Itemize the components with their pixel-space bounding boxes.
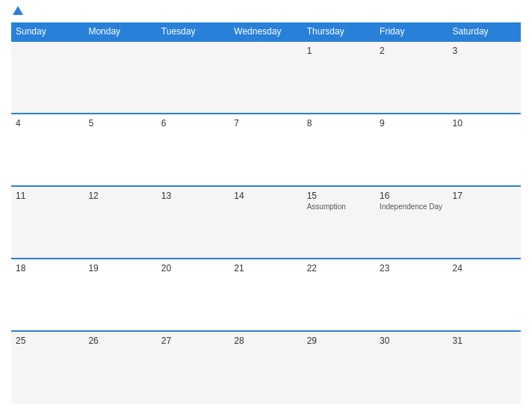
weekday-thursday: Thursday bbox=[303, 22, 375, 41]
calendar-cell: 28 bbox=[229, 331, 302, 404]
day-number: 23 bbox=[380, 263, 443, 274]
day-number: 8 bbox=[307, 118, 371, 129]
calendar-cell: 23 bbox=[375, 259, 448, 331]
calendar-cell: 21 bbox=[229, 259, 302, 331]
calendar-cell: 10 bbox=[448, 114, 521, 186]
calendar-cell: 14 bbox=[229, 186, 302, 259]
calendar-cell: 16Independence Day bbox=[375, 186, 448, 259]
day-number: 11 bbox=[16, 191, 79, 201]
weekday-wednesday: Wednesday bbox=[229, 22, 302, 41]
day-number: 13 bbox=[161, 191, 225, 201]
calendar-container: SundayMondayTuesdayWednesdayThursdayFrid… bbox=[0, 0, 532, 411]
weekday-friday: Friday bbox=[375, 22, 448, 41]
day-number: 19 bbox=[88, 263, 152, 274]
day-number: 29 bbox=[307, 336, 371, 346]
day-number: 24 bbox=[453, 263, 516, 274]
calendar-cell: 31 bbox=[448, 331, 521, 404]
calendar-cell: 8 bbox=[303, 114, 375, 186]
calendar-cell: 3 bbox=[448, 41, 521, 114]
calendar-thead: SundayMondayTuesdayWednesdayThursdayFrid… bbox=[11, 22, 521, 41]
calendar-cell bbox=[84, 41, 156, 114]
calendar-cell bbox=[11, 41, 84, 114]
day-number: 1 bbox=[307, 46, 371, 56]
calendar-table: SundayMondayTuesdayWednesdayThursdayFrid… bbox=[11, 22, 521, 404]
day-number: 10 bbox=[453, 118, 516, 129]
day-number: 3 bbox=[453, 46, 516, 56]
calendar-cell: 22 bbox=[303, 259, 375, 331]
day-number: 17 bbox=[453, 191, 516, 201]
day-number: 12 bbox=[88, 191, 152, 201]
day-number: 7 bbox=[234, 118, 297, 129]
week-row-2: 1112131415Assumption16Independence Day17 bbox=[11, 186, 521, 259]
day-number: 9 bbox=[380, 118, 443, 129]
day-number: 4 bbox=[16, 118, 79, 129]
day-number: 30 bbox=[380, 336, 443, 346]
logo-triangle-icon bbox=[13, 6, 23, 15]
calendar-cell: 6 bbox=[157, 114, 229, 186]
day-number: 25 bbox=[16, 336, 79, 346]
calendar-cell: 4 bbox=[11, 114, 84, 186]
calendar-cell bbox=[229, 41, 302, 114]
calendar-cell: 7 bbox=[229, 114, 302, 186]
calendar-cell: 27 bbox=[157, 331, 229, 404]
calendar-cell: 29 bbox=[303, 331, 375, 404]
calendar-header bbox=[11, 7, 521, 16]
day-number: 18 bbox=[16, 263, 79, 274]
calendar-cell: 9 bbox=[375, 114, 448, 186]
calendar-cell: 30 bbox=[375, 331, 448, 404]
weekday-monday: Monday bbox=[84, 22, 156, 41]
calendar-cell bbox=[157, 41, 229, 114]
day-number: 20 bbox=[161, 263, 225, 274]
calendar-cell: 12 bbox=[84, 186, 156, 259]
day-number: 16 bbox=[380, 191, 443, 201]
day-number: 26 bbox=[88, 336, 152, 346]
calendar-cell: 26 bbox=[84, 331, 156, 404]
calendar-cell: 13 bbox=[157, 186, 229, 259]
calendar-cell: 11 bbox=[11, 186, 84, 259]
weekday-sunday: Sunday bbox=[11, 22, 84, 41]
calendar-cell: 15Assumption bbox=[303, 186, 375, 259]
calendar-cell: 25 bbox=[11, 331, 84, 404]
weekday-saturday: Saturday bbox=[448, 22, 521, 41]
week-row-4: 25262728293031 bbox=[11, 331, 521, 404]
calendar-cell: 24 bbox=[448, 259, 521, 331]
calendar-cell: 18 bbox=[11, 259, 84, 331]
calendar-cell: 5 bbox=[84, 114, 156, 186]
week-row-0: 123 bbox=[11, 41, 521, 114]
day-number: 27 bbox=[161, 336, 225, 346]
holiday-label: Independence Day bbox=[380, 203, 443, 211]
calendar-cell: 17 bbox=[448, 186, 521, 259]
day-number: 5 bbox=[88, 118, 152, 129]
calendar-cell: 20 bbox=[157, 259, 229, 331]
day-number: 15 bbox=[307, 191, 371, 201]
calendar-cell: 2 bbox=[375, 41, 448, 114]
calendar-cell: 19 bbox=[84, 259, 156, 331]
day-number: 31 bbox=[453, 336, 516, 346]
day-number: 2 bbox=[380, 46, 443, 56]
logo bbox=[11, 7, 23, 16]
day-number: 21 bbox=[234, 263, 297, 274]
weekday-header-row: SundayMondayTuesdayWednesdayThursdayFrid… bbox=[11, 22, 521, 41]
holiday-label: Assumption bbox=[307, 203, 371, 211]
week-row-1: 45678910 bbox=[11, 114, 521, 186]
weekday-tuesday: Tuesday bbox=[157, 22, 229, 41]
day-number: 6 bbox=[161, 118, 225, 129]
day-number: 14 bbox=[234, 191, 297, 201]
calendar-cell: 1 bbox=[303, 41, 375, 114]
day-number: 22 bbox=[307, 263, 371, 274]
day-number: 28 bbox=[234, 336, 297, 346]
week-row-3: 18192021222324 bbox=[11, 259, 521, 331]
calendar-tbody: 123456789101112131415Assumption16Indepen… bbox=[11, 41, 521, 404]
